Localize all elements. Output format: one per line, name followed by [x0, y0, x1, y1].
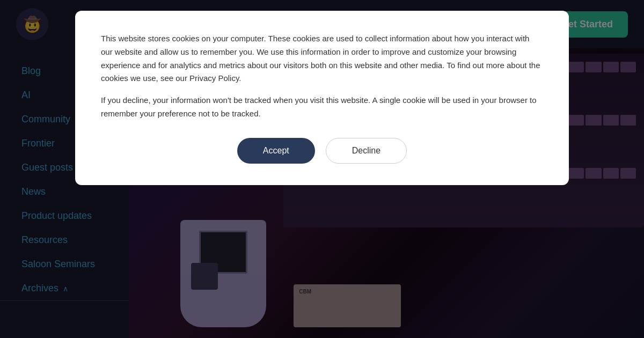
cookie-body-text-2: If you decline, your information won't b…	[101, 94, 543, 121]
cookie-modal: This website stores cookies on your comp…	[75, 11, 569, 185]
modal-overlay: This website stores cookies on your comp…	[0, 0, 644, 338]
cookie-body-text-1: This website stores cookies on your comp…	[101, 32, 543, 85]
modal-buttons: Accept Decline	[101, 138, 543, 164]
decline-button[interactable]: Decline	[326, 138, 407, 164]
accept-button[interactable]: Accept	[237, 138, 315, 164]
